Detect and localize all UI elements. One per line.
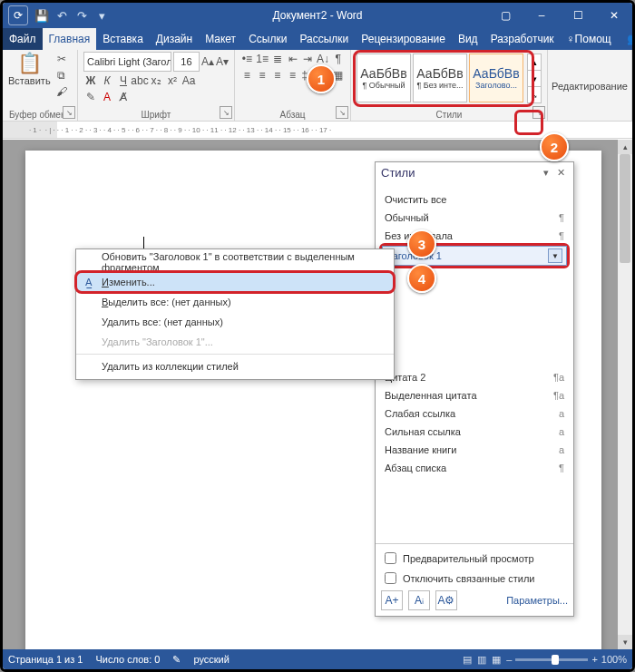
minimize-icon[interactable]: –	[523, 3, 560, 28]
view-read-icon[interactable]: ▤	[463, 654, 472, 666]
paste-button[interactable]: 📋 Вставить	[8, 52, 51, 86]
align-center-icon[interactable]: ≡	[256, 68, 269, 83]
tab-layout[interactable]: Макет	[199, 28, 242, 50]
status-proofing-icon[interactable]: ✎	[172, 654, 181, 666]
view-web-icon[interactable]: ▦	[492, 654, 501, 666]
bullets-icon[interactable]: •≡	[240, 52, 254, 66]
bold-icon[interactable]: Ж	[83, 73, 98, 88]
gallery-up-icon[interactable]: ▴	[527, 54, 542, 70]
tab-file[interactable]: Файл	[3, 28, 43, 50]
manage-styles-icon[interactable]: A⚙	[435, 590, 457, 610]
strike-icon[interactable]: abc	[132, 73, 147, 88]
tab-review[interactable]: Рецензирование	[355, 28, 452, 50]
align-right-icon[interactable]: ≡	[270, 68, 284, 83]
tab-view[interactable]: Вид	[452, 28, 484, 50]
status-wordcount[interactable]: Число слов: 0	[95, 654, 160, 665]
multilevel-icon[interactable]: ≣	[270, 52, 284, 66]
align-left-icon[interactable]: ≡	[240, 68, 254, 83]
tab-design[interactable]: Дизайн	[150, 28, 199, 50]
underline-icon[interactable]: Ч	[116, 73, 131, 88]
close-icon[interactable]: ✕	[596, 3, 632, 28]
ribbon-options-icon[interactable]: ▢	[487, 3, 523, 28]
status-page[interactable]: Страница 1 из 1	[8, 654, 83, 665]
share-button[interactable]: 👥 Общий доступ	[618, 28, 635, 50]
paragraph-launcher[interactable]: ↘	[336, 106, 348, 119]
style-clear-all[interactable]: Очистить все	[381, 190, 568, 209]
style-inspector-icon[interactable]: Aᵢ	[408, 590, 430, 610]
format-painter-icon[interactable]: 🖌	[54, 84, 69, 99]
ctx-update-style[interactable]: Обновить "Заголовок 1" в соответствии с …	[76, 252, 394, 272]
maximize-icon[interactable]: ☐	[560, 3, 596, 28]
view-print-icon[interactable]: ▥	[477, 654, 486, 666]
copy-icon[interactable]: ⧉	[54, 68, 69, 83]
cut-icon[interactable]: ✂	[54, 52, 69, 66]
page[interactable]: Стили ▾ ✕ Очистить все Обычный¶ Без инте…	[25, 151, 601, 649]
dec-indent-icon[interactable]: ⇤	[286, 52, 299, 66]
style-row[interactable]: Выделенная цитата¶a	[381, 386, 568, 404]
grow-font-icon[interactable]: A▴	[201, 54, 214, 69]
style-row[interactable]: Абзац списка¶	[381, 459, 568, 477]
italic-icon[interactable]: К	[100, 73, 114, 88]
font-launcher[interactable]: ↘	[220, 106, 232, 119]
font-name-combo[interactable]: Calibri Light (Заголо	[83, 52, 171, 72]
zoom-out-icon[interactable]: –	[506, 654, 512, 665]
group-label: Шрифт	[78, 110, 234, 120]
scroll-down-icon[interactable]: ▾	[618, 635, 632, 649]
ctx-delete-all[interactable]: Удалить все: (нет данных)	[76, 312, 394, 332]
style-tile-normal[interactable]: АаБбВв ¶ Обычный	[357, 54, 411, 102]
vertical-scrollbar[interactable]: ▴ ▾	[618, 140, 632, 649]
qat-more-icon[interactable]: ▾	[93, 7, 110, 24]
ctx-modify-style[interactable]: A̲ Изменить...	[76, 272, 394, 292]
tab-insert[interactable]: Вставка	[96, 28, 150, 50]
ctx-remove-from-gallery[interactable]: Удалить из коллекции стилей	[76, 356, 394, 376]
style-tile-heading1[interactable]: АаБбВв Заголово...	[469, 54, 523, 102]
undo-icon[interactable]: ↶	[54, 7, 70, 24]
tab-home[interactable]: Главная	[43, 28, 97, 50]
font-size-combo[interactable]: 16	[173, 52, 200, 72]
style-normal[interactable]: Обычный¶	[381, 209, 568, 227]
tab-mailings[interactable]: Рассылки	[293, 28, 355, 50]
style-row[interactable]: Цитата 2¶a	[381, 368, 568, 386]
tell-me[interactable]: ♀ Помощ	[561, 28, 618, 50]
styles-params-link[interactable]: Параметры...	[506, 595, 568, 606]
redo-icon[interactable]: ↷	[73, 7, 90, 24]
highlight-icon[interactable]: ✎	[83, 90, 98, 104]
case-icon[interactable]: Aa	[181, 73, 196, 88]
linked-checkbox[interactable]: Отключить связанные стили	[381, 570, 568, 587]
subscript-icon[interactable]: x₂	[149, 73, 163, 88]
justify-icon[interactable]: ≡	[286, 68, 299, 83]
styles-launcher[interactable]: ↘	[532, 106, 545, 119]
pilcrow-icon[interactable]: ¶	[331, 52, 345, 66]
ctx-select-all[interactable]: Выделить все: (нет данных)	[76, 292, 394, 312]
pane-close-icon[interactable]: ✕	[553, 167, 568, 179]
style-dropdown-icon[interactable]: ▼	[548, 248, 562, 263]
preview-checkbox[interactable]: Предварительный просмотр	[381, 550, 568, 567]
style-tile-nospace[interactable]: АаБбВв ¶ Без инте...	[413, 54, 467, 102]
superscript-icon[interactable]: x²	[165, 73, 180, 88]
autosave-icon[interactable]: ⟳	[8, 5, 28, 25]
status-language[interactable]: русский	[193, 654, 229, 665]
inc-indent-icon[interactable]: ⇥	[301, 52, 315, 66]
numbering-icon[interactable]: 1≡	[256, 52, 269, 66]
horizontal-ruler[interactable]: · 1 · · | · · · 1 · · 2 · · 3 · · 4 · · …	[3, 122, 632, 139]
style-row[interactable]: Название книгиa	[381, 441, 568, 459]
zoom-slider[interactable]	[515, 658, 588, 661]
editing-label[interactable]: Редактирование	[552, 81, 628, 92]
gallery-down-icon[interactable]: ▾	[527, 70, 542, 86]
zoom-in-icon[interactable]: +	[591, 654, 597, 665]
shrink-font-icon[interactable]: A▾	[216, 54, 229, 69]
scroll-thumb[interactable]	[620, 154, 630, 263]
new-style-icon[interactable]: A+	[381, 590, 403, 610]
tab-references[interactable]: Ссылки	[242, 28, 293, 50]
style-row[interactable]: Сильная ссылкаa	[381, 423, 568, 441]
tab-developer[interactable]: Разработчик	[484, 28, 561, 50]
font-color-icon[interactable]: A	[100, 90, 114, 104]
pane-dropdown-icon[interactable]: ▾	[539, 167, 553, 179]
clear-format-icon[interactable]: A̸	[116, 90, 131, 104]
save-icon[interactable]: 💾	[34, 7, 50, 24]
zoom-level[interactable]: 100%	[601, 654, 627, 665]
scroll-up-icon[interactable]: ▴	[618, 140, 632, 154]
clipboard-launcher[interactable]: ↘	[63, 106, 75, 119]
gallery-more-icon[interactable]: ⤡	[527, 86, 542, 103]
style-row[interactable]: Слабая ссылкаa	[381, 404, 568, 423]
